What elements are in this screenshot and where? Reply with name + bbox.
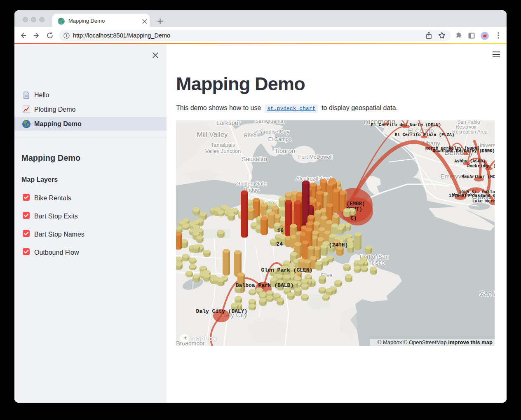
svg-text:Tiburon: Tiburon [275,147,295,154]
svg-text:Paradise Cay: Paradise Cay [257,129,290,135]
svg-text:Rockridge (R: Rockridge (R [467,164,495,169]
svg-text:Tamalpais: Tamalpais [211,142,235,148]
svg-text:Recreation Area: Recreation Area [452,129,488,135]
svg-text:Glen Park (GLEN): Glen Park (GLEN) [261,267,313,273]
svg-text:Balboa Park (BALB): Balboa Park (BALB) [236,282,293,289]
svg-text:Larkspur: Larkspur [216,120,240,126]
svg-text:24: 24 [276,241,283,247]
svg-text:Sausalito: Sausalito [242,155,267,162]
svg-text:San Quentin: San Quentin [255,120,285,124]
svg-text:San Fr: San Fr [479,290,495,298]
svg-text:Downtown Berkeley (DBRK): Downtown Berkeley (DBRK) [432,148,495,153]
svg-text:Fort McDowell: Fort McDowell [298,154,332,160]
svg-text:MacArthur (MCAR: MacArthur (MCAR [462,174,495,179]
svg-text:Lake Merr: Lake Merr [472,199,495,204]
svg-text:(EMBR): (EMBR) [346,201,365,207]
svg-text:El Cerrito Plaza (PLZA): El Cerrito Plaza (PLZA) [395,132,455,137]
svg-text:Mill Valley: Mill Valley [197,131,228,138]
svg-text:(24TH): (24TH) [329,242,348,248]
svg-text:16: 16 [277,228,284,234]
svg-text:Golden Gate: Golden Gate [236,181,267,187]
svg-text:C): C) [350,216,357,221]
svg-text:El Campo: El Campo [268,136,291,142]
svg-text:Daly City (DALY): Daly City (DALY) [196,308,248,314]
svg-text:12th St. Oakland City: 12th St. Oakland City [449,193,495,198]
svg-text:Reed: Reed [244,132,256,138]
svg-text:© Mapbox © OpenStreetMap Impro: © Mapbox © OpenStreetMap Improve this ma… [378,339,493,345]
svg-text:Valley Junction: Valley Junction [205,148,241,154]
svg-text:Ashby (ASHB): Ashby (ASHB) [454,159,486,164]
svg-text:El Cerrito del Norte (DELN): El Cerrito del Norte (DELN) [371,122,441,127]
svg-text:mapbox: mapbox [190,335,217,343]
